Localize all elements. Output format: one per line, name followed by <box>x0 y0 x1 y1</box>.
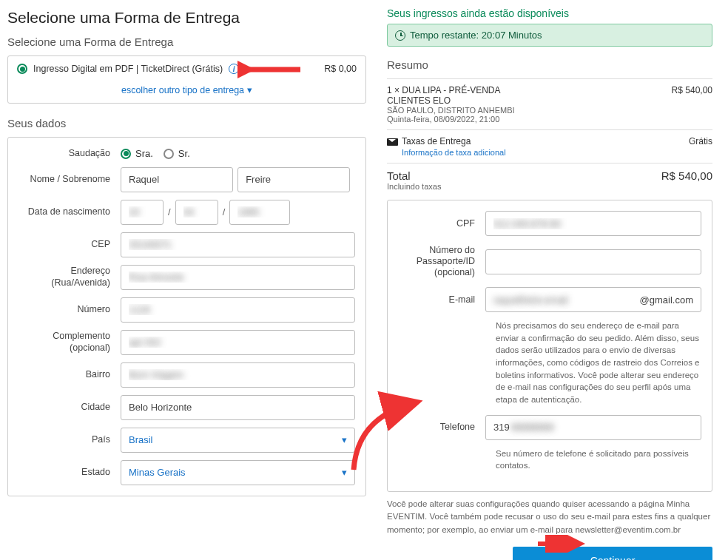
total-label: Total <box>387 169 411 182</box>
address-input[interactable] <box>121 265 355 290</box>
phone-helper-text: Seu número de telefone é solicitado para… <box>496 448 701 472</box>
label-cidade: Cidade <box>18 402 121 414</box>
email-input[interactable]: raquelfreire.email @gmail.com <box>485 287 701 312</box>
label-numero: Número <box>18 304 121 316</box>
label-bairro: Bairro <box>18 369 121 381</box>
page-title: Selecione uma Forma de Entrega <box>7 9 366 27</box>
birth-day-input[interactable] <box>121 200 164 225</box>
divider <box>387 78 712 79</box>
label-estado: Estado <box>18 467 121 479</box>
label-pais: País <box>18 434 121 446</box>
disclaimer-text: Você pode alterar suas configurações qua… <box>387 498 712 536</box>
label-cpf: CPF <box>398 218 485 229</box>
radio-selected-icon[interactable] <box>17 64 27 74</box>
bairro-input[interactable] <box>121 362 355 388</box>
label-email: E-mail <box>398 294 485 306</box>
birth-year-input[interactable] <box>229 200 290 225</box>
total-value: R$ 540,00 <box>661 169 712 182</box>
personal-data-section-title: Seus dados <box>7 117 366 129</box>
label-passport: Número do Passaporte/ID (opcional) <box>398 245 485 278</box>
delivery-option-label: Ingresso Digital em PDF | TicketDirect (… <box>33 64 223 74</box>
label-nome: Nome / Sobrenome <box>18 174 121 186</box>
date-sep: / <box>223 206 226 217</box>
passport-input[interactable] <box>485 249 701 274</box>
delivery-option-price: R$ 0,00 <box>324 64 357 74</box>
summary-item-price: R$ 540,00 <box>672 85 712 124</box>
delivery-section-title: Selecione uma Forma de Entrega <box>7 36 366 48</box>
cidade-input[interactable] <box>121 395 355 420</box>
date-sep: / <box>168 206 171 217</box>
last-name-input[interactable] <box>237 167 350 192</box>
estado-select[interactable]: Minas Gerais▾ <box>121 460 355 485</box>
pais-select[interactable]: Brasil▾ <box>121 428 355 453</box>
chevron-down-icon: ▾ <box>342 434 347 445</box>
divider <box>387 129 712 130</box>
summary-title: Resumo <box>387 58 712 71</box>
chevron-down-icon: ▾ <box>342 467 347 478</box>
delivery-card: Ingresso Digital em PDF | TicketDirect (… <box>7 55 366 104</box>
mail-icon <box>387 138 398 146</box>
label-complemento: Complemento (opcional) <box>18 331 121 354</box>
label-saudacao: Saudação <box>18 148 121 160</box>
cep-input[interactable] <box>121 232 355 257</box>
timer-box: Tempo restante: 20:07 Minutos <box>387 24 712 47</box>
email-domain: @gmail.com <box>640 294 701 306</box>
numero-input[interactable] <box>121 297 355 323</box>
availability-message: Seus ingressos ainda estão disponíveis <box>387 7 712 19</box>
choose-other-delivery-link[interactable]: escolher outro tipo de entrega▾ <box>17 80 357 95</box>
summary-item-title: 1 × DUA LIPA - PRÉ-VENDA CLIENTES ELO <box>387 85 520 106</box>
right-form-card: CPF Número do Passaporte/ID (opcional) E… <box>387 200 712 492</box>
personal-data-card: Saudação Sra. Sr. Nome / Sobrenome <box>7 137 366 496</box>
radio-sra-label: Sra. <box>135 148 153 159</box>
phone-input[interactable]: 319 99999999 <box>485 415 701 440</box>
total-note: Incluindo taxas <box>387 182 712 191</box>
radio-sr-label: Sr. <box>178 148 190 159</box>
cpf-input[interactable] <box>485 211 701 236</box>
label-telefone: Telefone <box>398 422 485 433</box>
timer-value: 20:07 Minutos <box>482 30 542 41</box>
first-name-input[interactable] <box>121 167 233 192</box>
divider <box>387 163 712 163</box>
birth-month-input[interactable] <box>175 200 218 225</box>
label-nascimento: Data de nascimento <box>18 206 121 218</box>
fees-value: Grátis <box>689 136 712 146</box>
complemento-input[interactable] <box>121 330 355 355</box>
chevron-down-icon: ▾ <box>247 84 252 95</box>
summary-item-date: Quinta-feira, 08/09/2022, 21:00 <box>387 115 520 124</box>
label-endereco: Endereço (Rua/Avenida) <box>18 266 121 289</box>
email-helper-text: Nós precisamos do seu endereço de e-mail… <box>496 320 701 406</box>
fees-label: Taxas de Entrega <box>402 136 471 146</box>
radio-sra[interactable] <box>121 149 131 159</box>
info-icon[interactable]: i <box>229 64 239 74</box>
summary-item-venue: SÃO PAULO, DISTRITO ANHEMBI <box>387 106 520 115</box>
clock-icon <box>395 30 405 41</box>
continue-button[interactable]: Continuar <box>513 547 712 560</box>
label-cep: CEP <box>18 239 121 251</box>
fees-info-link[interactable]: Informação de taxa adicional <box>402 148 712 157</box>
radio-sr[interactable] <box>164 149 174 159</box>
